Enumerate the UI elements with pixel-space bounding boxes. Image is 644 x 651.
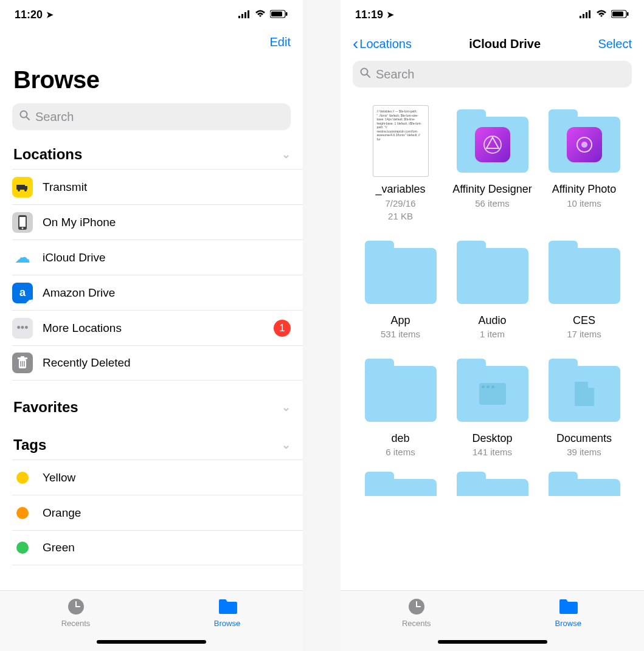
battery-icon xyxy=(611,9,629,21)
chevron-down-icon: ⌄ xyxy=(282,401,291,414)
folder-deb[interactable]: deb 6 items xyxy=(358,354,443,458)
files-grid-scroll[interactable]: // Variables // --- $fa-font-path: "../f… xyxy=(341,96,644,590)
folder-affinity-photo[interactable]: Affinity Photo 10 items xyxy=(541,105,627,222)
svg-rect-27 xyxy=(586,12,587,18)
wifi-icon xyxy=(595,9,608,21)
document-icon xyxy=(575,382,594,406)
folder-desktop[interactable]: Desktop 141 items xyxy=(449,354,535,458)
tags-list: Yellow Orange Green xyxy=(0,460,303,565)
folder-thumbnail xyxy=(364,236,437,309)
search-icon xyxy=(360,67,371,81)
item-name: Affinity Designer xyxy=(452,182,532,196)
svg-rect-25 xyxy=(580,16,581,18)
folder-icon xyxy=(218,597,237,616)
item-name: CES xyxy=(573,314,595,328)
select-button[interactable]: Select xyxy=(598,37,632,51)
tag-label: Green xyxy=(43,541,291,554)
svg-point-12 xyxy=(24,189,27,191)
item-name: deb xyxy=(391,432,409,446)
svg-rect-26 xyxy=(583,14,584,18)
folder-partial[interactable] xyxy=(449,472,535,496)
tag-green[interactable]: Green xyxy=(12,530,303,565)
folder-thumbnail xyxy=(456,472,529,496)
favorites-label: Favorites xyxy=(13,399,78,416)
affinity-designer-icon xyxy=(475,127,510,162)
tab-bar: Recents Browse xyxy=(0,590,303,651)
item-count: 39 items xyxy=(567,446,601,458)
folder-partial[interactable] xyxy=(358,472,443,496)
location-label: Recently Deleted xyxy=(43,356,291,370)
search-placeholder: Search xyxy=(35,110,74,124)
tags-header[interactable]: Tags ⌄ xyxy=(0,422,303,460)
time-label: 11:19 xyxy=(355,9,383,21)
file-preview: // Variables // --- $fa-font-path: "../f… xyxy=(373,105,429,177)
tab-label: Browse xyxy=(214,619,240,628)
folder-ces[interactable]: CES 17 items xyxy=(541,236,627,340)
browse-screen: 11:20 ➤ Edit Browse Search Locations ⌄ T… xyxy=(0,0,303,651)
folder-icon xyxy=(558,597,578,616)
nav-bar: ‹ Locations iCloud Drive Select xyxy=(341,29,644,57)
search-input[interactable]: Search xyxy=(353,61,632,88)
folder-audio[interactable]: Audio 1 item xyxy=(449,236,535,340)
location-more[interactable]: ••• More Locations 1 xyxy=(12,310,303,345)
time-label: 11:20 xyxy=(15,9,43,21)
tags-label: Tags xyxy=(13,436,46,453)
ellipsis-icon: ••• xyxy=(12,318,33,339)
page-title: Browse xyxy=(0,54,303,100)
browse-content[interactable]: Locations ⌄ Transmit On My iPhone ☁ iClo… xyxy=(0,139,303,590)
chevron-down-icon: ⌄ xyxy=(282,148,291,161)
location-on-my-iphone[interactable]: On My iPhone xyxy=(12,204,303,239)
amazon-drive-icon: a☁ xyxy=(12,283,33,303)
svg-rect-1 xyxy=(241,14,243,18)
home-indicator[interactable] xyxy=(438,640,547,644)
location-recently-deleted[interactable]: Recently Deleted xyxy=(12,345,303,381)
icloud-drive-screen: 11:19 ➤ ‹ Locations iCloud Drive Select … xyxy=(341,0,644,651)
location-amazon-drive[interactable]: a☁ Amazon Drive xyxy=(12,275,303,310)
folder-affinity-designer[interactable]: Affinity Designer 56 items xyxy=(449,105,535,222)
location-label: Transmit xyxy=(43,181,291,194)
window-icon xyxy=(479,383,506,405)
search-input[interactable]: Search xyxy=(12,103,291,130)
tag-color-dot xyxy=(16,542,29,554)
location-icloud-drive[interactable]: ☁ iCloud Drive xyxy=(12,239,303,275)
item-count: 10 items xyxy=(567,198,601,210)
location-services-icon: ➤ xyxy=(387,10,394,19)
search-icon xyxy=(19,110,30,124)
svg-marker-35 xyxy=(486,137,499,148)
svg-rect-31 xyxy=(627,12,629,16)
location-label: Amazon Drive xyxy=(43,286,291,300)
status-indicators xyxy=(238,9,288,21)
file-variables[interactable]: // Variables // --- $fa-font-path: "../f… xyxy=(358,105,443,222)
folder-partial[interactable] xyxy=(541,472,627,496)
edit-button[interactable]: Edit xyxy=(270,35,291,49)
folder-documents[interactable]: Documents 39 items xyxy=(541,354,627,458)
trash-icon xyxy=(12,353,33,373)
folder-thumbnail xyxy=(548,105,621,177)
home-indicator[interactable] xyxy=(97,640,206,644)
icloud-icon: ☁ xyxy=(12,247,33,268)
chevron-down-icon: ⌄ xyxy=(282,438,291,452)
favorites-header[interactable]: Favorites ⌄ xyxy=(0,381,303,422)
wifi-icon xyxy=(254,9,266,21)
notification-badge: 1 xyxy=(274,320,291,337)
tab-label: Recents xyxy=(402,619,431,628)
tab-label: Recents xyxy=(61,619,91,628)
nav-title: iCloud Drive xyxy=(469,37,541,51)
locations-label: Locations xyxy=(13,146,82,163)
svg-point-34 xyxy=(484,136,501,153)
location-label: More Locations xyxy=(43,322,264,335)
location-transmit[interactable]: Transmit xyxy=(12,169,303,204)
svg-rect-5 xyxy=(271,12,282,16)
tag-orange[interactable]: Orange xyxy=(12,495,303,530)
back-button[interactable]: ‹ Locations xyxy=(353,35,412,52)
files-grid: // Variables // --- $fa-font-path: "../f… xyxy=(341,96,644,496)
folder-thumbnail xyxy=(548,472,621,496)
battery-icon xyxy=(270,9,288,21)
folder-app[interactable]: App 531 items xyxy=(358,236,443,340)
nav-bar: Edit xyxy=(0,29,303,54)
folder-thumbnail xyxy=(456,354,529,427)
item-count: 17 items xyxy=(567,328,601,340)
svg-point-37 xyxy=(581,142,587,148)
locations-header[interactable]: Locations ⌄ xyxy=(0,139,303,169)
tag-yellow[interactable]: Yellow xyxy=(12,460,303,495)
